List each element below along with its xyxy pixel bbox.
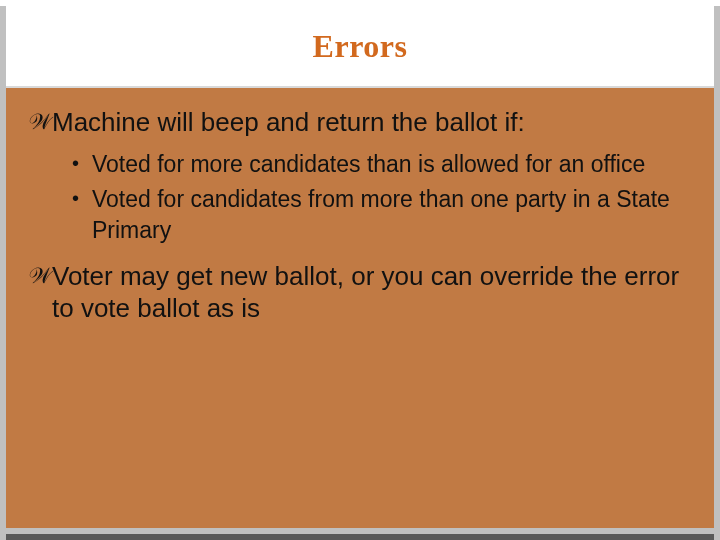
sub-list: • Voted for more candidates than is allo…: [28, 149, 686, 246]
bottom-accent-bar: [6, 534, 714, 540]
dot-icon: •: [72, 149, 92, 177]
bullet-main-2: 𝒲 Voter may get new ballot, or you can o…: [28, 260, 686, 325]
bullet-main-1: 𝒲 Machine will beep and return the ballo…: [28, 106, 686, 139]
bullet-main-2-text: Voter may get new ballot, or you can ove…: [52, 260, 686, 325]
swash-icon: 𝒲: [28, 260, 52, 290]
slide-title: Errors: [313, 28, 408, 65]
slide-body: 𝒲 Machine will beep and return the ballo…: [6, 88, 714, 528]
bullet-sub-2: • Voted for candidates from more than on…: [72, 184, 686, 246]
bullet-main-1-text: Machine will beep and return the ballot …: [52, 106, 686, 139]
bullet-sub-1: • Voted for more candidates than is allo…: [72, 149, 686, 180]
bullet-sub-1-text: Voted for more candidates than is allowe…: [92, 149, 686, 180]
bullet-sub-2-text: Voted for candidates from more than one …: [92, 184, 686, 246]
dot-icon: •: [72, 184, 92, 212]
slide: Errors 𝒲 Machine will beep and return th…: [0, 6, 720, 540]
swash-icon: 𝒲: [28, 106, 52, 136]
slide-header: Errors: [6, 6, 714, 88]
